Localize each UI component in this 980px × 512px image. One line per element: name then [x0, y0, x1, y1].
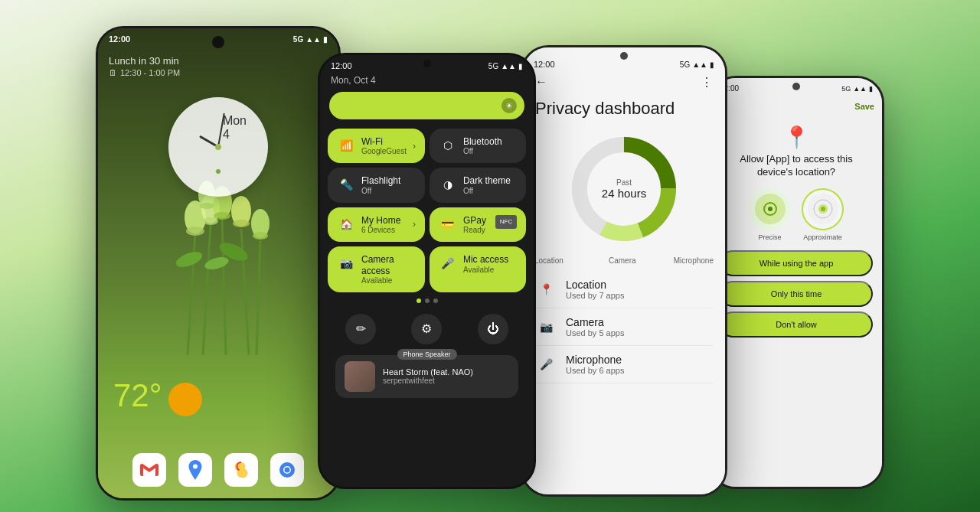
edit-icon[interactable]: ✏	[345, 314, 376, 344]
flashlight-tile[interactable]: 🔦 Flashlight Off	[328, 168, 425, 202]
svg-line-3	[241, 229, 249, 355]
microphone-icon: 🎤	[535, 354, 557, 375]
maps-icon[interactable]	[178, 453, 212, 487]
svg-point-12	[200, 203, 214, 209]
quick-settings-tiles: 📶 Wi-Fi GoogleGuest › ⬡ Bluetooth Off	[320, 126, 534, 295]
gpay-tile[interactable]: 💳 GPay Ready NFC	[430, 207, 526, 242]
phone1-overlay: Lunch in 30 min 🗓 12:30 - 1:00 PM	[98, 28, 338, 77]
permission-buttons: While using the app Only this time Don't…	[710, 246, 882, 342]
gpay-badge: NFC	[495, 215, 517, 229]
weather-widget: 72°	[113, 377, 202, 414]
clock-indicator	[216, 169, 220, 174]
page-dot-2	[425, 298, 430, 303]
photos-icon[interactable]	[224, 453, 258, 487]
more-options-button[interactable]: ⋮	[701, 75, 713, 90]
save-button[interactable]: Save	[854, 102, 874, 111]
precise-map	[755, 194, 786, 224]
brightness-icon: ☀	[501, 98, 517, 113]
privacy-header: 12:00 5G ▲▲ ▮	[523, 47, 725, 72]
gmail-icon[interactable]	[132, 453, 166, 487]
location-pin-icon: 📍	[710, 117, 882, 153]
while-using-button[interactable]: While using the app	[720, 250, 873, 276]
quick-settings-content: 12:00 5G ▲▲ ▮ Mon, Oct 4 ☀ 📶 Wi-Fi	[320, 55, 534, 487]
mic-access-tile[interactable]: 🎤 Mic access Available	[430, 246, 526, 292]
page-dot-1	[416, 298, 421, 303]
camera-notch-2	[423, 60, 431, 67]
speaker-badge: Phone Speaker	[397, 349, 456, 360]
back-button[interactable]: ←	[535, 75, 547, 90]
clock-widget: Mon4	[168, 97, 268, 197]
bluetooth-tile-text: Bluetooth Off	[463, 136, 517, 155]
power-icon[interactable]: ⏻	[478, 314, 508, 344]
phone-location-permission: 12:00 5G ▲▲ ▮ Save 📍 Allow [App] to acce…	[708, 76, 884, 489]
precise-circle	[749, 188, 791, 230]
svg-point-8	[203, 217, 218, 225]
camera-access-tile[interactable]: 📷 Camera access Available	[328, 246, 425, 292]
qs-wifi: ▲▲	[501, 62, 516, 70]
privacy-donut-chart: Past 24 hours	[563, 128, 685, 250]
gpay-tile-text: GPay Ready	[463, 215, 489, 234]
home-chevron: ›	[413, 219, 416, 230]
dark-theme-icon: ◑	[439, 175, 457, 194]
svg-point-29	[768, 207, 773, 211]
privacy-item-location[interactable]: 📍 Location Used by 7 apps	[535, 271, 713, 308]
approximate-option[interactable]: Approximate	[802, 188, 844, 241]
microphone-text: Microphone Used by 6 apps	[566, 354, 713, 375]
camera-access-icon: 📷	[337, 254, 355, 272]
weather-icon	[168, 383, 202, 416]
phone-quick-settings: 12:00 5G ▲▲ ▮ Mon, Oct 4 ☀ 📶 Wi-Fi	[318, 53, 536, 489]
only-once-button[interactable]: Only this time	[720, 281, 873, 307]
flashlight-tile-text: Flashlight Off	[361, 175, 416, 194]
mic-access-text: Mic access Available	[463, 254, 517, 273]
media-card[interactable]: Heart Storm (feat. NAO) serpentwithfeet	[335, 355, 518, 398]
clock-center	[215, 144, 221, 150]
bluetooth-tile[interactable]: ⬡ Bluetooth Off	[430, 129, 526, 163]
approx-label: Approximate	[802, 233, 844, 241]
chrome-icon[interactable]	[270, 453, 304, 487]
phone-home-screen: 12:00 5G ▲▲ ▮ Lunch in 30 min 🗓 12:30 - …	[96, 26, 341, 501]
svg-line-1	[203, 225, 211, 355]
qs-signal: 5G	[488, 62, 498, 70]
precise-label: Precise	[749, 233, 791, 241]
approx-map	[808, 194, 838, 224]
privacy-nav: ← ⋮	[523, 72, 725, 93]
privacy-item-camera[interactable]: 📷 Camera Used by 5 apps	[535, 308, 713, 346]
dark-theme-tile[interactable]: ◑ Dark theme Off	[430, 168, 526, 202]
dont-allow-button[interactable]: Don't allow	[720, 311, 873, 338]
qs-date: Mon, Oct 4	[320, 73, 534, 86]
svg-point-6	[186, 227, 204, 236]
privacy-content: 12:00 5G ▲▲ ▮ ← ⋮ Privacy dashboard	[523, 47, 725, 494]
app-dock	[132, 453, 304, 487]
privacy-title: Privacy dashboard	[523, 93, 725, 122]
qs-bottom-bar: ✏ ⚙ ⏻	[320, 306, 534, 352]
phone-privacy-dashboard: 12:00 5G ▲▲ ▮ ← ⋮ Privacy dashboard	[521, 45, 727, 497]
media-artist: serpentwithfeet	[383, 377, 509, 385]
privacy-status-time: 12:00	[534, 60, 555, 69]
precise-option[interactable]: Precise	[749, 188, 791, 241]
svg-point-33	[821, 207, 825, 211]
svg-point-17	[174, 249, 204, 269]
privacy-battery: ▮	[710, 60, 714, 69]
media-info: Heart Storm (feat. NAO) serpentwithfeet	[383, 367, 509, 385]
chart-label-location: Location	[534, 256, 564, 265]
settings-icon[interactable]: ⚙	[411, 314, 442, 344]
media-thumbnail	[345, 361, 375, 392]
chart-label-microphone: Microphone	[674, 256, 714, 265]
qs-time: 12:00	[331, 61, 352, 70]
location-perm-content: 12:00 5G ▲▲ ▮ Save 📍 Allow [App] to acce…	[710, 78, 882, 487]
flashlight-icon: 🔦	[337, 175, 355, 194]
svg-line-4	[256, 240, 260, 355]
qs-battery: ▮	[518, 62, 523, 70]
privacy-signal: 5G	[680, 60, 690, 69]
privacy-item-microphone[interactable]: 🎤 Microphone Used by 6 apps	[535, 346, 713, 383]
phones-container: 12:00 5G ▲▲ ▮ Lunch in 30 min 🗓 12:30 - …	[0, 0, 980, 512]
brightness-slider[interactable]: ☀	[329, 92, 524, 119]
mic-access-icon: 🎤	[439, 254, 457, 272]
camera-access-text: Camera access Available	[361, 254, 416, 285]
home-tile-text: My Home 6 Devices	[361, 215, 407, 234]
page-dot-3	[433, 298, 438, 303]
home-tile[interactable]: 🏠 My Home 6 Devices ›	[328, 207, 425, 242]
wifi-tile[interactable]: 📶 Wi-Fi GoogleGuest ›	[328, 129, 425, 163]
qs-pagination	[320, 295, 534, 306]
donut-center: Past 24 hours	[602, 178, 646, 200]
